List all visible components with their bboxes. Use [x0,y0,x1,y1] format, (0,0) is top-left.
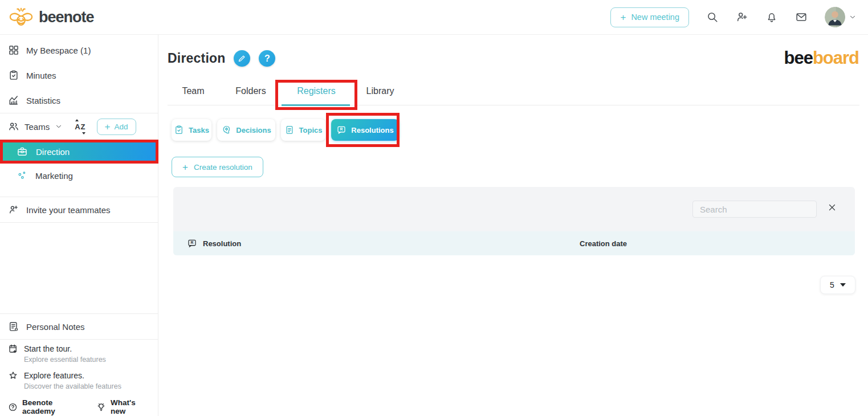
teams-dropdown[interactable]: Teams [25,122,50,132]
plus-icon: + [620,13,626,22]
column-label: Resolution [203,239,241,248]
sidebar-item-statistics[interactable]: Statistics [0,88,158,113]
mail-icon[interactable] [795,11,808,23]
resolutions-table: R Resolution Creation date [173,187,855,255]
tab-team[interactable]: Team [180,77,206,105]
dropdown-triangle-icon [840,283,846,287]
register-chip-tasks[interactable]: Tasks [172,119,211,141]
create-resolution-label: Create resolution [194,163,252,172]
svg-text:R: R [340,127,343,131]
user-menu[interactable] [825,7,857,27]
sidebar-item-marketing[interactable]: Marketing [0,164,158,187]
add-team-button[interactable]: + Add [97,119,136,135]
sort-az-icon[interactable]: AZ [74,119,87,134]
new-meeting-button[interactable]: + New meeting [610,7,689,27]
sidebar: My Beespace (1) Minutes Statistics Teams… [0,34,158,416]
topics-document-icon [284,125,295,135]
team-label: Direction [36,147,70,157]
notifications-bell-icon[interactable] [765,11,778,23]
tab-bar: Team Folders Registers Library [168,77,859,105]
start-tour-link[interactable]: Start the tour. Explore essential featur… [0,340,158,366]
tab-library[interactable]: Library [364,77,397,105]
svg-text:R: R [191,240,194,244]
explore-features-label: Explore features. [24,371,84,380]
start-tour-subtitle: Explore essential features [24,356,150,364]
page-size-select[interactable]: 5 [820,276,855,294]
page-size-value: 5 [830,280,834,289]
whats-new-link[interactable]: What's new [96,398,150,415]
avatar[interactable] [825,7,845,27]
beenote-academy-link[interactable]: Beenote academy [8,398,84,415]
star-icon [8,370,18,381]
teams-people-icon [8,121,19,132]
edit-team-button[interactable] [234,50,250,67]
statistics-chart-icon [8,95,19,106]
beenote-logo[interactable]: beenote [8,6,94,28]
sidebar-item-personal-notes[interactable]: Personal Notes [0,314,158,339]
sidebar-item-invite-teammates[interactable]: Invite your teammates [0,197,158,222]
new-meeting-label: New meeting [631,13,679,22]
sidebar-item-label: Personal Notes [26,322,85,332]
sidebar-bottom-row: Beenote academy What's new [0,393,158,416]
create-resolution-button[interactable]: + Create resolution [172,157,263,177]
sidebar-item-my-beespace[interactable]: My Beespace (1) [0,38,158,63]
explore-features-subtitle: Discover the available features [24,382,150,390]
add-user-icon[interactable] [736,11,748,23]
column-header-resolution: R Resolution [187,238,241,248]
table-header-row: R Resolution Creation date [173,231,855,255]
page-title: Direction [168,51,225,66]
notes-icon [8,321,19,332]
sidebar-item-label: Minutes [26,71,56,80]
bee-logo-icon [8,6,34,28]
whats-new-label: What's new [111,398,150,415]
decisions-head-icon [221,125,231,135]
clear-search-icon[interactable] [827,202,837,213]
sidebar-item-direction[interactable]: Direction [3,142,156,161]
question-icon: ? [264,54,270,63]
plus-icon: + [182,162,188,172]
sidebar-item-label: My Beespace (1) [26,46,91,55]
chip-label: Topics [299,126,323,134]
question-circle-icon [8,402,18,412]
register-chip-decisions[interactable]: Decisions [217,119,275,141]
chip-label: Resolutions [351,126,393,134]
sidebar-item-label: Invite your teammates [26,205,111,215]
tab-registers[interactable]: Registers [295,77,337,105]
add-label: Add [114,123,128,131]
column-header-creation-date: Creation date [580,239,627,248]
team-label: Marketing [35,171,73,181]
grid-icon [8,44,19,56]
top-bar: beenote + New meeting [0,0,868,34]
explore-features-link[interactable]: Explore features. Discover the available… [0,366,158,393]
sidebar-item-minutes[interactable]: Minutes [0,63,158,88]
tab-folders[interactable]: Folders [233,77,269,105]
search-icon[interactable] [706,11,719,23]
search-input[interactable] [692,201,817,218]
teams-chevron-icon[interactable] [55,123,63,130]
sidebar-item-label: Statistics [26,96,60,105]
resolution-bubble-icon: R [187,238,197,248]
beenote-logo-text: beenote [39,9,94,26]
dots-scatter-icon [17,170,27,181]
main-content: Direction ? beeboard Team Folders Regist… [158,34,868,416]
teams-header-row: Teams AZ + Add [0,113,158,140]
chip-label: Tasks [189,126,209,134]
calendar-plus-icon [8,344,18,354]
tasks-clipboard-icon [174,125,184,135]
register-chip-topics[interactable]: Topics [281,119,325,141]
beeboard-logo: beeboard [784,48,859,68]
chip-label: Decisions [236,126,271,134]
register-type-row: Tasks Decisions Topics R Resolutions [168,119,868,141]
chevron-down-icon [849,13,857,21]
invite-person-plus-icon [8,204,19,215]
beeboard-logo-board: board [813,48,859,68]
help-button[interactable]: ? [259,50,275,67]
lightbulb-icon [96,402,106,412]
annotation-box-direction: Direction [0,140,158,164]
beeboard-logo-bee: bee [784,48,812,68]
start-tour-label: Start the tour. [24,344,72,353]
briefcase-icon [17,146,28,157]
beenote-academy-label: Beenote academy [22,398,84,415]
register-chip-resolutions[interactable]: R Resolutions [331,119,399,141]
plus-icon: + [105,122,111,132]
